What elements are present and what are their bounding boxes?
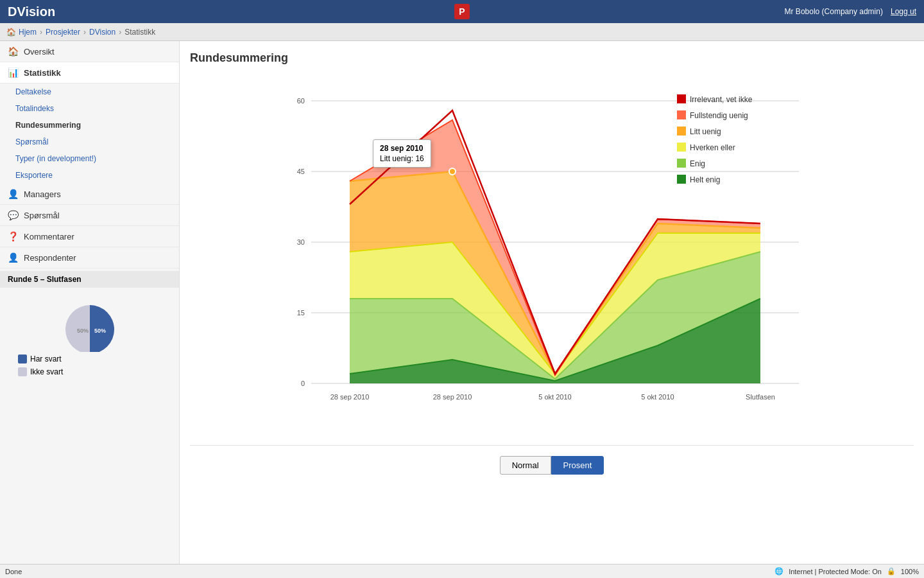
svg-text:15: 15: [297, 309, 305, 317]
legend-hverken-text: Hverken eller: [690, 143, 735, 152]
sidebar-sub-rundesummering[interactable]: Rundesummering: [0, 117, 179, 134]
breadcrumb-hjem[interactable]: Hjem: [19, 28, 37, 37]
kommentarer-label: Kommentarer: [24, 232, 74, 241]
top-bar: DVision P Mr Bobolo (Company admin) Logg…: [0, 0, 924, 23]
legend-irrelevant-color: [677, 94, 686, 103]
status-right: 🌐 Internet | Protected Mode: On 🔒 100%: [774, 567, 919, 575]
sidebar-sub-typer[interactable]: Typer (in development!): [0, 150, 179, 167]
user-label: Mr Bobolo (Company admin): [785, 7, 883, 16]
svg-text:50%: 50%: [94, 328, 106, 334]
legend-littuenig-color: [677, 127, 686, 136]
statistikk-icon: 📊: [8, 67, 19, 78]
pie-legend-ikke-svart: Ikke svart: [18, 367, 63, 376]
sidebar-item-oversikt[interactable]: 🏠 Oversikt: [0, 41, 179, 62]
legend-heltenig-text: Helt enig: [690, 175, 720, 184]
pie-chart: 50% 50%: [55, 294, 125, 352]
legend-enig-color: [677, 159, 686, 168]
svg-text:28 sep 2010: 28 sep 2010: [433, 393, 472, 401]
har-svart-label: Har svart: [30, 355, 62, 363]
respondenter-label: Respondenter: [24, 253, 76, 263]
status-done: Done: [5, 568, 22, 575]
svg-text:5 okt 2010: 5 okt 2010: [641, 393, 674, 401]
home-icon-bc: 🏠: [6, 28, 16, 37]
breadcrumb-statistikk: Statistikk: [124, 28, 155, 37]
round-title: Runde 5 – Slutfasen: [0, 271, 179, 288]
pie-section: 50% 50% Har svart Ikke svart: [0, 288, 179, 385]
status-bar: Done 🌐 Internet | Protected Mode: On 🔒 1…: [0, 564, 924, 578]
legend-irrelevant-text: Irrelevant, vet ikke: [690, 95, 753, 104]
svg-text:45: 45: [297, 168, 305, 175]
svg-text:30: 30: [297, 238, 305, 246]
sidebar-item-kommentarer[interactable]: ❓ Kommentarer: [0, 226, 179, 247]
legend-hverken-color: [677, 143, 686, 152]
sporsmal2-icon: 💬: [8, 210, 19, 220]
breadcrumb-dvision[interactable]: DVision: [89, 28, 116, 37]
kommentarer-icon: ❓: [8, 231, 19, 241]
managers-icon: 👤: [8, 189, 19, 199]
svg-text:60: 60: [297, 97, 305, 105]
pie-legend-har-svart: Har svart: [18, 355, 63, 363]
sidebar-sub-eksportere[interactable]: Eksportere: [0, 167, 179, 184]
legend-fullstendig-text: Fullstendig uenig: [690, 111, 748, 120]
chart-area: 0 15 30 45 60 28 sep 2010 28 sep 2010 5 …: [190, 75, 914, 435]
legend-littuenig-text: Litt uenig: [690, 127, 721, 136]
respondenter-icon: 👤: [8, 252, 19, 263]
ikke-svart-label: Ikke svart: [30, 367, 63, 376]
main-content: Rundesummering 0 15 30 45 60 28 sep 2010…: [180, 41, 924, 564]
oversikt-icon: 🏠: [8, 46, 19, 57]
statistikk-label: Statistikk: [24, 68, 61, 78]
lock-icon: 🔒: [887, 567, 896, 575]
svg-text:50%: 50%: [77, 328, 89, 334]
prosent-button[interactable]: Prosent: [551, 456, 604, 475]
svg-text:0: 0: [301, 380, 305, 387]
sidebar-item-managers[interactable]: 👤 Managers: [0, 184, 179, 205]
chart-controls: Normal Prosent: [190, 445, 914, 475]
svg-text:28 sep 2010: 28 sep 2010: [330, 393, 370, 401]
area-chart: 0 15 30 45 60 28 sep 2010 28 sep 2010 5 …: [190, 75, 914, 409]
har-svart-color: [18, 355, 27, 363]
sidebar-sub-totalindeks[interactable]: Totalindeks: [0, 100, 179, 117]
main-layout: 🏠 Oversikt 📊 Statistikk Deltakelse Total…: [0, 41, 924, 564]
globe-icon: 🌐: [774, 567, 783, 575]
legend-enig-text: Enig: [690, 159, 705, 168]
top-bar-right: Mr Bobolo (Company admin) Logg ut: [785, 7, 916, 16]
sidebar-sub-deltakelse[interactable]: Deltakelse: [0, 83, 179, 100]
legend-fullstendig-color: [677, 110, 686, 119]
internet-status: Internet | Protected Mode: On: [789, 568, 882, 575]
favicon-icon: P: [454, 4, 470, 19]
svg-text:5 okt 2010: 5 okt 2010: [538, 393, 571, 401]
sidebar: 🏠 Oversikt 📊 Statistikk Deltakelse Total…: [0, 41, 180, 564]
breadcrumb-bar: 🏠 Hjem › Prosjekter › DVision › Statisti…: [0, 23, 924, 41]
normal-button[interactable]: Normal: [500, 456, 551, 475]
managers-label: Managers: [24, 189, 61, 199]
page-title: Rundesummering: [190, 51, 914, 65]
tooltip-marker: [449, 168, 456, 175]
zoom-level: 100%: [901, 568, 919, 575]
svg-text:Slutfasen: Slutfasen: [746, 393, 775, 401]
breadcrumb-prosjekter[interactable]: Prosjekter: [46, 28, 80, 37]
oversikt-label: Oversikt: [24, 47, 55, 57]
legend-heltenig-color: [677, 175, 686, 184]
sidebar-item-statistikk[interactable]: 📊 Statistikk: [0, 62, 179, 83]
sidebar-item-respondenter[interactable]: 👤 Respondenter: [0, 247, 179, 268]
sporsmal2-label: Spørsmål: [24, 211, 60, 220]
sidebar-item-sporsmal2[interactable]: 💬 Spørsmål: [0, 205, 179, 226]
app-title: DVision: [8, 4, 55, 19]
sidebar-sub-sporsmal[interactable]: Spørsmål: [0, 134, 179, 150]
logout-link[interactable]: Logg ut: [891, 7, 916, 16]
ikke-svart-color: [18, 367, 27, 376]
